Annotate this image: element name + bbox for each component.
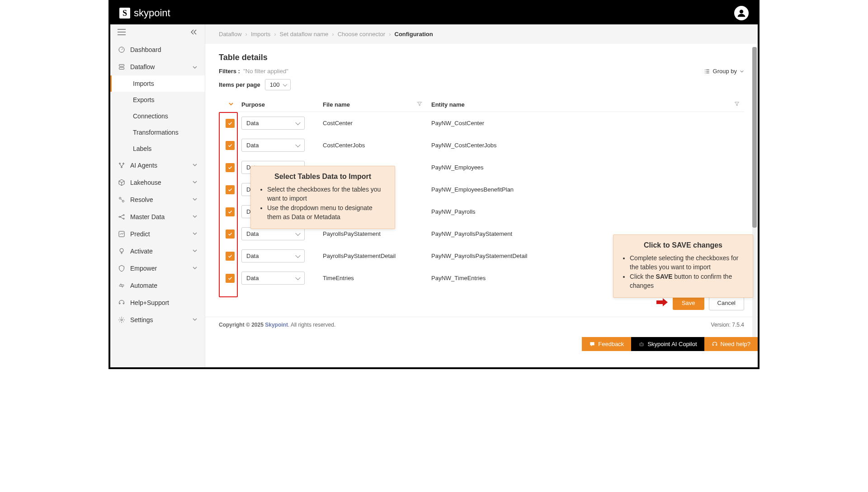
row-checkbox[interactable]: [226, 141, 235, 150]
brand[interactable]: S skypoint: [119, 7, 170, 19]
row-checkbox[interactable]: [226, 119, 235, 128]
svg-point-14: [123, 218, 124, 220]
svg-point-10: [119, 197, 121, 199]
row-checkbox[interactable]: [226, 252, 235, 261]
callout-bullet: Select the checkboxes for the tables you…: [267, 185, 387, 203]
sidebar-item-predict[interactable]: Predict: [110, 225, 205, 243]
svg-point-17: [121, 319, 123, 321]
items-per-page-select[interactable]: 100: [265, 79, 291, 90]
floating-buttons: Feedback Skypoint AI Copilot Need help?: [582, 337, 758, 351]
sidebar-sub-imports[interactable]: Imports: [110, 75, 205, 92]
help-label: Need help?: [721, 341, 751, 347]
sidebar-label: Lakehouse: [130, 179, 188, 186]
brand-name: skypoint: [134, 7, 170, 19]
avatar[interactable]: [734, 6, 749, 20]
resolve-icon: [118, 196, 126, 204]
chevron-down-icon: [740, 69, 744, 74]
table-row: Data CostCenter PayNW_CostCenter: [219, 112, 744, 134]
row-checkbox[interactable]: [226, 274, 235, 283]
sidebar-sub-connections[interactable]: Connections: [133, 108, 205, 124]
svg-rect-18: [640, 343, 643, 346]
group-by-label: Group by: [713, 68, 737, 75]
purpose-select[interactable]: Data: [241, 139, 305, 152]
chat-icon: [589, 341, 595, 347]
headset-icon: [712, 341, 718, 347]
file-name-cell: CostCenter: [323, 120, 431, 127]
chevron-down-icon: [192, 213, 198, 220]
row-checkbox[interactable]: [226, 163, 235, 172]
sidebar-sub-labels[interactable]: Labels: [133, 141, 205, 157]
crumb[interactable]: Dataflow: [219, 31, 242, 37]
callout-title: Click to SAVE changes: [622, 241, 745, 249]
sidebar-label: Help+Support: [130, 299, 198, 306]
callout-bullet: Use the dropdown menu to designate them …: [267, 204, 387, 221]
file-name-cell: TimeEntries: [323, 275, 431, 281]
copilot-button[interactable]: Skypoint AI Copilot: [631, 337, 704, 351]
sidebar-item-help[interactable]: Help+Support: [110, 294, 205, 311]
purpose-select[interactable]: Data: [241, 227, 305, 240]
main-content: Dataflow› Imports› Set dataflow name› Ch…: [205, 24, 758, 367]
col-header-sort[interactable]: [219, 101, 241, 108]
sidebar-item-activate[interactable]: Activate: [110, 243, 205, 260]
col-header-purpose[interactable]: Purpose: [241, 101, 323, 108]
sidebar-item-settings[interactable]: Settings: [110, 311, 205, 328]
sidebar-sub-exports[interactable]: Exports: [133, 92, 205, 108]
sidebar-item-dataflow[interactable]: Dataflow: [110, 58, 205, 75]
callout-select-tables: Select Tables Data to Import Select the …: [250, 166, 395, 229]
svg-rect-6: [119, 67, 124, 69]
page-title: Table details: [219, 53, 744, 62]
scrollbar-thumb[interactable]: [752, 47, 757, 228]
entity-name-cell: PayNW_EmployeesBenefitPlan: [431, 186, 744, 193]
sidebar-item-automate[interactable]: Automate: [110, 277, 205, 294]
purpose-select[interactable]: Data: [241, 249, 305, 262]
svg-rect-5: [119, 65, 124, 66]
save-button[interactable]: Save: [673, 296, 704, 310]
entity-name-cell: PayNW_Payrolls: [431, 208, 744, 215]
svg-point-19: [641, 344, 641, 345]
sidebar-label: Master Data: [130, 213, 188, 220]
sidebar-item-ai-agents[interactable]: AI Agents: [110, 157, 205, 174]
svg-point-7: [119, 163, 121, 164]
row-checkbox[interactable]: [226, 230, 235, 239]
entity-name-cell: PayNW_Employees: [431, 164, 744, 171]
feedback-button[interactable]: Feedback: [582, 337, 631, 351]
purpose-select[interactable]: Data: [241, 117, 305, 130]
hamburger-icon[interactable]: [118, 29, 126, 37]
chevron-down-icon: [192, 162, 198, 169]
footer-version: Version: 7.5.4: [711, 322, 744, 328]
crumb[interactable]: Set dataflow name: [280, 31, 329, 37]
sidebar-item-master-data[interactable]: Master Data: [110, 208, 205, 225]
need-help-button[interactable]: Need help?: [704, 337, 758, 351]
purpose-select[interactable]: Data: [241, 272, 305, 285]
feedback-label: Feedback: [598, 341, 624, 347]
crumb[interactable]: Choose connector: [338, 31, 386, 37]
row-checkbox[interactable]: [226, 185, 235, 194]
crumb[interactable]: Imports: [251, 31, 270, 37]
sidebar-item-resolve[interactable]: Resolve: [110, 191, 205, 208]
svg-point-12: [119, 216, 120, 218]
items-per-page-label: Items per page: [219, 81, 260, 88]
sidebar-item-lakehouse[interactable]: Lakehouse: [110, 174, 205, 191]
group-by-button[interactable]: Group by: [704, 68, 744, 75]
filter-icon[interactable]: [417, 101, 422, 108]
gauge-icon: [118, 46, 126, 54]
svg-point-9: [121, 167, 123, 168]
predict-icon: [118, 230, 126, 238]
chevron-down-icon: [192, 316, 198, 323]
col-header-filename[interactable]: File name: [323, 101, 350, 108]
sidebar-sub-transformations[interactable]: Transformations: [133, 124, 205, 141]
database-icon: [118, 63, 126, 71]
row-checkbox[interactable]: [226, 207, 235, 216]
footer-brand-link[interactable]: Skypoint: [265, 322, 288, 328]
sidebar-label: Predict: [130, 230, 188, 238]
filter-icon[interactable]: [734, 101, 740, 108]
chevron-down-icon: [192, 248, 198, 255]
headset-icon: [118, 299, 126, 307]
collapse-sidebar-icon[interactable]: [190, 29, 198, 37]
col-header-entity[interactable]: Entity name: [431, 101, 465, 108]
chevron-down-icon: [192, 196, 198, 203]
chevron-down-icon: [192, 179, 198, 186]
sidebar-item-dashboard[interactable]: Dashboard: [110, 41, 205, 58]
sidebar-item-empower[interactable]: Empower: [110, 260, 205, 277]
callout-save: Click to SAVE changes Complete selecting…: [613, 234, 753, 298]
